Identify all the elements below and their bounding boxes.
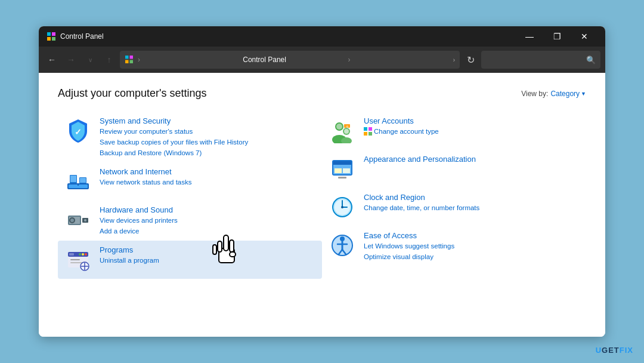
ease-icon <box>328 231 357 260</box>
categories-grid: ✓ System and Security Review your comput… <box>58 112 586 322</box>
svg-point-21 <box>84 219 86 222</box>
category-ease[interactable]: Ease of Access Let Windows suggest setti… <box>322 226 586 266</box>
left-column: ✓ System and Security Review your comput… <box>58 112 322 322</box>
hardware-link1[interactable]: View devices and printers <box>100 216 178 225</box>
close-button[interactable]: ✕ <box>571 26 598 47</box>
control-panel-window: Control Panel — ❐ ✕ ← → ∨ ↑ <box>39 26 605 337</box>
address-input[interactable]: › Control Panel › › <box>120 51 460 69</box>
svg-point-34 <box>336 124 342 130</box>
user-accounts-icon: ⚙ <box>328 116 357 145</box>
svg-rect-48 <box>335 168 342 173</box>
category-user-accounts[interactable]: ⚙ User Accounts <box>322 112 586 150</box>
chevron-down-icon: ▼ <box>581 91 586 97</box>
user-accounts-name[interactable]: User Accounts <box>364 116 439 125</box>
svg-rect-24 <box>69 253 74 256</box>
content-header: Adjust your computer's settings View by:… <box>58 87 586 100</box>
forward-button[interactable]: → <box>63 51 79 68</box>
svg-rect-3 <box>52 37 55 41</box>
right-column: ⚙ User Accounts <box>322 112 586 322</box>
address-path: Control Panel <box>243 56 344 64</box>
app-icon <box>46 31 57 42</box>
svg-point-37 <box>344 129 349 134</box>
network-icon <box>64 167 92 196</box>
hardware-icon <box>64 205 92 234</box>
hardware-text: Hardware and Sound View devices and prin… <box>100 205 178 236</box>
svg-rect-6 <box>125 60 129 64</box>
title-bar: Control Panel — ❐ ✕ <box>39 26 605 47</box>
programs-text: Programs Uninstall a program <box>100 245 159 265</box>
svg-rect-28 <box>70 259 80 260</box>
network-name[interactable]: Network and Internet <box>100 167 191 176</box>
hardware-name[interactable]: Hardware and Sound <box>100 205 178 214</box>
programs-name[interactable]: Programs <box>100 245 159 254</box>
address-trail: › <box>348 56 449 64</box>
category-clock[interactable]: Clock and Region Change date, time, or n… <box>322 188 586 226</box>
address-dropdown-icon[interactable]: › <box>453 57 455 63</box>
svg-rect-0 <box>47 32 51 36</box>
svg-rect-42 <box>369 127 372 131</box>
title-controls: — ❐ ✕ <box>516 26 598 47</box>
title-bar-left: Control Panel <box>46 31 104 42</box>
ease-link1[interactable]: Let Windows suggest settings <box>364 241 454 251</box>
svg-rect-43 <box>364 132 367 136</box>
programs-icon <box>64 245 92 274</box>
svg-point-25 <box>85 253 87 256</box>
address-separator: › <box>138 56 239 64</box>
category-hardware[interactable]: Hardware and Sound View devices and prin… <box>58 201 322 241</box>
recent-button[interactable]: ∨ <box>82 51 98 68</box>
refresh-button[interactable]: ↻ <box>462 51 479 68</box>
ease-link2[interactable]: Optimize visual display <box>364 252 454 262</box>
back-button[interactable]: ← <box>44 51 60 68</box>
svg-rect-5 <box>130 56 134 59</box>
address-app-icon <box>125 55 134 64</box>
watermark: UGETFIX <box>596 346 633 355</box>
svg-rect-44 <box>369 132 372 136</box>
page-title: Adjust your computer's settings <box>58 87 207 100</box>
svg-rect-50 <box>338 177 346 179</box>
svg-rect-7 <box>130 60 134 64</box>
clock-name[interactable]: Clock and Region <box>364 193 479 202</box>
minimize-button[interactable]: — <box>516 26 543 47</box>
user-accounts-link1[interactable]: Change account type <box>374 127 439 136</box>
view-by-label: View by: <box>521 90 548 98</box>
svg-rect-2 <box>47 37 51 41</box>
system-security-link1[interactable]: Review your computer's status <box>100 127 248 136</box>
category-system-security[interactable]: ✓ System and Security Review your comput… <box>58 112 322 162</box>
appearance-text: Appearance and Personalization <box>364 155 476 164</box>
main-content: Adjust your computer's settings View by:… <box>39 73 605 337</box>
system-security-text: System and Security Review your computer… <box>100 116 248 158</box>
network-text: Network and Internet View network status… <box>100 167 191 187</box>
programs-link1[interactable]: Uninstall a program <box>100 256 159 265</box>
svg-rect-47 <box>333 161 351 165</box>
appearance-name[interactable]: Appearance and Personalization <box>364 155 476 164</box>
view-by-dropdown[interactable]: Category ▼ <box>550 90 586 98</box>
hardware-link2[interactable]: Add a device <box>100 226 178 236</box>
network-link1[interactable]: View network status and tasks <box>100 177 191 187</box>
system-security-icon: ✓ <box>64 116 92 145</box>
maximize-button[interactable]: ❐ <box>543 26 571 47</box>
address-bar: ← → ∨ ↑ › Control Panel › › ↻ <box>39 47 605 73</box>
user-accounts-text: User Accounts Change account type <box>364 116 439 136</box>
appearance-icon <box>328 155 357 183</box>
svg-rect-14 <box>80 178 86 183</box>
svg-point-27 <box>79 253 81 256</box>
ease-name[interactable]: Ease of Access <box>364 231 454 240</box>
search-box[interactable]: 🔍 <box>481 51 600 69</box>
system-security-link3[interactable]: Backup and Restore (Windows 7) <box>100 148 248 158</box>
up-button[interactable]: ↑ <box>101 51 117 68</box>
svg-rect-49 <box>343 168 350 173</box>
svg-point-19 <box>70 219 74 222</box>
view-by-control: View by: Category ▼ <box>521 90 586 98</box>
svg-point-26 <box>82 253 84 256</box>
system-security-link2[interactable]: Save backup copies of your files with Fi… <box>100 137 248 147</box>
svg-rect-1 <box>52 32 55 36</box>
system-security-name[interactable]: System and Security <box>100 116 248 125</box>
title-text: Control Panel <box>60 32 104 41</box>
svg-point-56 <box>341 206 343 208</box>
ease-text: Ease of Access Let Windows suggest setti… <box>364 231 454 262</box>
clock-text: Clock and Region Change date, time, or n… <box>364 193 479 213</box>
clock-link1[interactable]: Change date, time, or number formats <box>364 203 479 213</box>
category-programs[interactable]: Programs Uninstall a program <box>58 241 322 279</box>
category-network[interactable]: Network and Internet View network status… <box>58 162 322 201</box>
category-appearance[interactable]: Appearance and Personalization <box>322 150 586 188</box>
